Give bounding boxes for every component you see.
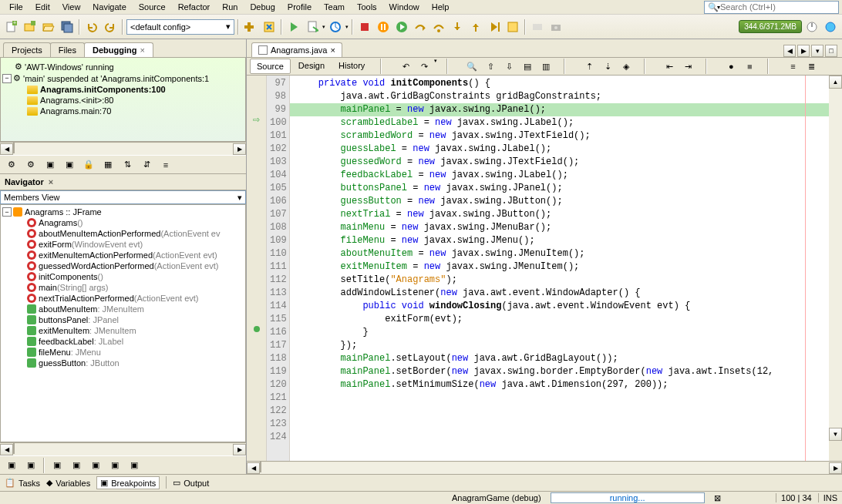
nav-field[interactable]: aboutMenuItem : JMenuItem: [2, 304, 244, 314]
menu-refactor[interactable]: Refactor: [172, 1, 217, 13]
step-over-expr-button[interactable]: [430, 18, 447, 35]
pop-frame-icon[interactable]: ▣: [61, 156, 78, 173]
bottom-breakpoints[interactable]: ▣ Breakpoints: [96, 476, 160, 489]
menu-navigate[interactable]: Navigate: [86, 1, 132, 13]
hscrollbar[interactable]: ◀ ▶: [0, 142, 246, 155]
undo-button[interactable]: [83, 18, 100, 35]
bottom-output[interactable]: ▭ Output: [173, 476, 209, 489]
close-icon[interactable]: ×: [140, 45, 144, 55]
find-prev-icon[interactable]: ⇧: [482, 58, 499, 75]
nav-method[interactable]: Anagrams(): [2, 217, 244, 228]
toggle-bookmark-icon[interactable]: ▥: [537, 58, 554, 75]
code-text[interactable]: private void initComponents() { java.awt…: [290, 76, 829, 461]
filter-icon[interactable]: ⇵: [138, 156, 155, 173]
shift-right-icon[interactable]: ⇥: [679, 58, 696, 75]
macro-stop-icon[interactable]: ■: [741, 58, 758, 75]
subtab-source[interactable]: Source: [250, 59, 291, 74]
shift-left-icon[interactable]: ⇤: [661, 58, 678, 75]
editor-gutter[interactable]: ⇨: [247, 76, 267, 461]
sort-alpha-icon[interactable]: ▣: [126, 457, 143, 474]
nav-field[interactable]: fileMenu : JMenu: [2, 347, 244, 358]
maximize-icon[interactable]: □: [825, 45, 837, 57]
back-icon[interactable]: ↶: [397, 58, 414, 75]
code-line[interactable]: mainPanel.setLayout(new java.awt.GridBag…: [290, 352, 829, 365]
scroll-down-icon[interactable]: ▼: [829, 428, 842, 441]
step-over-button[interactable]: [412, 18, 429, 35]
show-inherited-icon[interactable]: ▣: [87, 457, 104, 474]
redo-button[interactable]: [102, 18, 119, 35]
dropdown-icon[interactable]: ▾: [434, 58, 437, 75]
debug-call-stack[interactable]: ⚙ 'AWT-Windows' running −⚙ 'main' suspen…: [0, 57, 246, 142]
lock-icon[interactable]: 🔒: [80, 156, 97, 173]
menu-edit[interactable]: Edit: [29, 1, 56, 13]
new-project-button[interactable]: [22, 18, 39, 35]
tab-files[interactable]: Files: [50, 42, 85, 57]
nav-method[interactable]: nextTrialActionPerformed(ActionEvent evt…: [2, 293, 244, 304]
bottom-variables[interactable]: ◆ Variables: [46, 476, 90, 489]
scroll-left-icon[interactable]: ◀: [247, 462, 260, 474]
continue-button[interactable]: [393, 18, 410, 35]
hscrollbar[interactable]: ◀ ▶: [0, 442, 246, 455]
code-line[interactable]: guessLabel = new javax.swing.JLabel();: [290, 143, 829, 156]
menu-profile[interactable]: Profile: [281, 1, 318, 13]
show-fields-icon[interactable]: ▣: [49, 457, 66, 474]
menu-source[interactable]: Source: [133, 1, 172, 13]
options-icon[interactable]: ≡: [157, 156, 174, 173]
code-line[interactable]: scrambledLabel = new javax.swing.JLabel(…: [290, 116, 829, 129]
scroll-right-icon[interactable]: ▶: [233, 143, 246, 155]
forward-icon[interactable]: ↷: [416, 58, 433, 75]
editor-hscrollbar[interactable]: ◀ ▶: [247, 461, 842, 474]
close-icon[interactable]: ×: [330, 45, 335, 55]
save-all-button[interactable]: [59, 18, 76, 35]
make-current-icon[interactable]: ▣: [42, 156, 59, 173]
prev-bookmark-icon[interactable]: ⇡: [581, 58, 598, 75]
code-editor[interactable]: ⇨ 97989910010110210310410510610710810911…: [247, 76, 842, 461]
dropdown-icon[interactable]: ▾: [322, 24, 325, 30]
tab-projects[interactable]: Projects: [3, 42, 51, 57]
config-dropdown[interactable]: <default config>▾: [126, 19, 234, 35]
code-line[interactable]: mainPanel = new javax.swing.JPanel();: [290, 103, 829, 116]
profile-button[interactable]: [327, 18, 344, 35]
dropdown-icon[interactable]: ▾: [345, 24, 349, 30]
find-next-icon[interactable]: ⇩: [500, 58, 517, 75]
menu-file[interactable]: File: [3, 1, 29, 13]
show-static-icon[interactable]: ▣: [68, 457, 85, 474]
close-icon[interactable]: ×: [49, 177, 53, 186]
prev-tab-icon[interactable]: ◀: [783, 45, 796, 57]
code-line[interactable]: }: [290, 326, 829, 339]
scroll-left-icon[interactable]: ◀: [0, 444, 13, 455]
step-into-button[interactable]: [449, 18, 466, 35]
suspend-thread-icon[interactable]: ⚙: [22, 156, 39, 173]
close-status-icon[interactable]: ⊠: [714, 493, 721, 503]
code-line[interactable]: });: [290, 339, 829, 352]
next-bookmark-icon[interactable]: ⇣: [599, 58, 616, 75]
scroll-up-icon[interactable]: ▲: [829, 76, 842, 89]
nav-field[interactable]: buttonsPanel : JPanel: [2, 314, 244, 325]
tree-collapse-icon[interactable]: −: [2, 74, 12, 83]
pause-button[interactable]: [375, 18, 392, 35]
toggle-highlight-icon[interactable]: ▤: [519, 58, 536, 75]
code-line[interactable]: java.awt.GridBagConstraints gridBagConst…: [290, 90, 829, 103]
nav-method[interactable]: initComponents(): [2, 271, 244, 282]
code-line[interactable]: buttonsPanel = new javax.swing.JPanel();: [290, 182, 829, 195]
camera-button[interactable]: [547, 18, 564, 35]
clean-build-button[interactable]: [261, 18, 278, 35]
apply-code-button[interactable]: [504, 18, 521, 35]
menu-view[interactable]: View: [56, 1, 87, 13]
globe-button[interactable]: [822, 18, 839, 35]
build-button[interactable]: [242, 18, 259, 35]
subtab-history[interactable]: History: [332, 59, 371, 74]
scroll-thumb[interactable]: [260, 462, 261, 472]
nav-field[interactable]: exitMenuItem : JMenuItem: [2, 325, 244, 336]
sort-icon[interactable]: ▣: [22, 457, 39, 474]
open-button[interactable]: [40, 18, 57, 35]
code-line[interactable]: exitMenuItem = new javax.swing.JMenuItem…: [290, 260, 829, 274]
code-line[interactable]: exitForm(evt);: [290, 313, 829, 326]
menu-tools[interactable]: Tools: [351, 1, 383, 13]
next-tab-icon[interactable]: ▶: [797, 45, 810, 57]
code-line[interactable]: private void initComponents() {: [290, 77, 829, 90]
code-line[interactable]: scrambledWord = new javax.swing.JTextFie…: [290, 129, 829, 143]
code-line[interactable]: mainPanel.setBorder(new javax.swing.bord…: [290, 365, 829, 378]
nav-method[interactable]: aboutMenuItemActionPerformed(ActionEvent…: [2, 228, 244, 239]
code-line[interactable]: fileMenu = new javax.swing.JMenu();: [290, 234, 829, 247]
